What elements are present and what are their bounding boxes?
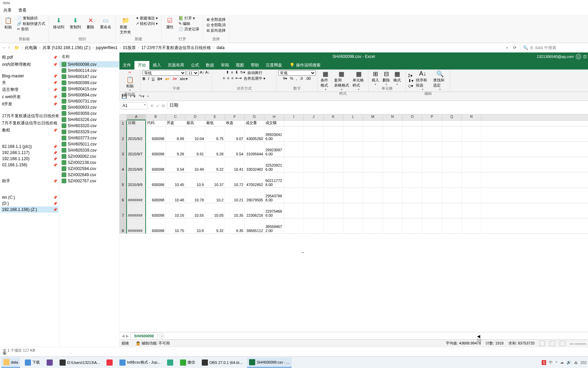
align-right-icon[interactable]: ≡ xyxy=(231,76,233,81)
cell[interactable] xyxy=(363,188,383,203)
explorer-tab-share[interactable]: 共享 xyxy=(3,7,12,14)
font-name-select[interactable]: 等线 xyxy=(143,70,186,76)
cell[interactable]: 2015/9/2 xyxy=(127,126,146,141)
cell[interactable]: 10.8 xyxy=(185,218,205,233)
copy-path-button[interactable]: 📄复制路径 xyxy=(17,16,45,21)
history-button[interactable]: 🕐历史记录 xyxy=(179,27,199,32)
file-item[interactable]: SZ#002649.csv xyxy=(60,172,119,178)
horizontal-scrollbar[interactable]: ◀ xyxy=(477,334,586,338)
cell[interactable]: 385584672.00 xyxy=(264,218,284,233)
cell[interactable]: 600098 xyxy=(146,218,166,233)
table-format-button[interactable]: ▦套用 表格格式▾ xyxy=(333,70,350,91)
cell[interactable] xyxy=(343,126,363,141)
excel-tab-百度网盘[interactable]: 百度网盘 xyxy=(262,61,285,70)
cell[interactable] xyxy=(363,157,383,172)
cell[interactable]: 600098 xyxy=(146,142,166,157)
col-header-H[interactable]: H xyxy=(264,114,284,120)
cell[interactable] xyxy=(284,142,304,157)
taskbar-item[interactable]: 微信 xyxy=(178,357,197,368)
taskbar-item[interactable] xyxy=(45,357,55,368)
new-folder-button[interactable]: 📁新建 文件夹 xyxy=(118,16,133,35)
cell[interactable] xyxy=(304,218,324,233)
page-layout-button[interactable] xyxy=(550,341,555,346)
font-color-button[interactable]: A▾ xyxy=(173,77,177,81)
cell[interactable] xyxy=(363,218,383,233)
bold-button[interactable]: B xyxy=(143,77,145,81)
nav-item[interactable]: on内部整理教程📌 xyxy=(1,61,59,68)
breadcrumb[interactable]: 📁› 此电脑› 共享 (\\192.168.1.156) (Z:)› jupyt… xyxy=(12,45,510,51)
file-item[interactable]: SH#603773.csv xyxy=(60,135,119,141)
row-header-8[interactable]: 8 xyxy=(119,218,127,233)
cell[interactable]: 9.54 xyxy=(225,142,245,157)
align-bot-icon[interactable]: ⬇ xyxy=(235,70,238,75)
cell[interactable]: 399200416.00 xyxy=(264,126,284,141)
cell[interactable]: 10.35 xyxy=(225,203,245,218)
nav-item[interactable]: (D:)📌 xyxy=(1,200,59,206)
indent-icon[interactable]: ⇤⇥ xyxy=(235,76,242,81)
cell[interactable]: 日期 xyxy=(127,121,146,126)
cut-icon[interactable]: ✂ xyxy=(128,70,131,75)
cell[interactable]: ####### xyxy=(127,203,146,218)
explorer-tab-view[interactable]: 查看 xyxy=(18,7,27,14)
user-account[interactable]: 1321306540@qq.com xyxy=(537,55,574,59)
nav-item[interactable]: it开发📌 xyxy=(1,101,59,108)
redo-icon[interactable]: ↷▾ xyxy=(138,94,145,99)
col-header-Q[interactable]: Q xyxy=(442,114,462,120)
files-header-name[interactable]: 名称 xyxy=(60,52,119,61)
cell[interactable]: 最低 xyxy=(205,121,225,126)
cell[interactable]: 600098 xyxy=(146,188,166,203)
tell-me-input[interactable]: 操作说明搜索 xyxy=(296,62,321,68)
col-header-D[interactable]: D xyxy=(185,114,205,120)
col-header-R[interactable]: R xyxy=(462,114,481,120)
dec-decimal-icon[interactable]: .00 xyxy=(306,76,311,81)
tray-sound-icon[interactable]: 🔊 xyxy=(567,360,571,365)
excel-tab-开始[interactable]: 开始 xyxy=(134,61,149,70)
cell[interactable]: 10.2 xyxy=(205,188,225,203)
cell[interactable] xyxy=(383,157,403,172)
number-format-select[interactable]: 常规 xyxy=(278,70,316,76)
cell[interactable]: 10.05 xyxy=(205,203,225,218)
sort-filter-button[interactable]: A↓排序和筛选▾ xyxy=(415,70,431,91)
cancel-formula-icon[interactable]: ✕ xyxy=(150,103,154,108)
cell[interactable]: 31095644 xyxy=(245,142,264,157)
cell[interactable]: 9.35 xyxy=(225,218,245,233)
cell[interactable] xyxy=(462,126,481,141)
cell[interactable] xyxy=(442,157,462,172)
cell[interactable]: 10.45 xyxy=(166,172,185,187)
ime-lang[interactable]: 中 xyxy=(549,360,553,365)
excel-tab-数据[interactable]: 数据 xyxy=(202,61,217,70)
cell[interactable] xyxy=(304,203,324,218)
cell[interactable] xyxy=(343,142,363,157)
cell[interactable] xyxy=(343,203,363,218)
file-item[interactable]: SH#600731.csv xyxy=(60,98,119,104)
cell[interactable] xyxy=(422,121,442,126)
cell[interactable] xyxy=(403,218,422,233)
merge-button[interactable]: 合并后居中 ▾ xyxy=(244,76,265,81)
decrease-font-icon[interactable]: A↓ xyxy=(205,70,210,76)
fx-icon[interactable]: fx xyxy=(162,103,165,108)
tray-net-icon[interactable]: 🖧 xyxy=(574,361,578,365)
name-box[interactable]: A1 ▾ xyxy=(121,102,147,109)
cell[interactable]: 9.28 xyxy=(205,142,225,157)
delete-cells-button[interactable]: ⊟删除▾ xyxy=(381,70,391,86)
cell[interactable]: 开盘 xyxy=(166,121,185,126)
col-header-A[interactable]: A xyxy=(127,114,146,120)
cell[interactable] xyxy=(284,203,304,218)
cell[interactable] xyxy=(304,188,324,203)
cell[interactable] xyxy=(422,157,442,172)
cell[interactable]: 10.55 xyxy=(185,203,205,218)
cell[interactable]: 9.07 xyxy=(225,126,245,141)
cell[interactable] xyxy=(403,172,422,187)
file-item[interactable]: SH#600114.csv xyxy=(60,67,119,74)
insert-cells-button[interactable]: ⊞插入▾ xyxy=(371,70,380,86)
cell[interactable] xyxy=(304,157,324,172)
cell[interactable]: 10.04 xyxy=(185,126,205,141)
cell[interactable]: 9.28 xyxy=(166,142,185,157)
cell[interactable]: 10.49 xyxy=(185,157,205,172)
formula-input[interactable]: 日期 xyxy=(167,101,588,114)
cell[interactable] xyxy=(442,126,462,141)
file-item[interactable]: SH#603320.csv xyxy=(60,123,119,129)
cell[interactable] xyxy=(462,121,481,126)
cell[interactable]: 22306218 xyxy=(245,203,264,218)
grid[interactable]: ABCDEFGHIJKLMNOPQR 1日期代码开盘最高最低收盘成交量成交额22… xyxy=(119,114,588,332)
